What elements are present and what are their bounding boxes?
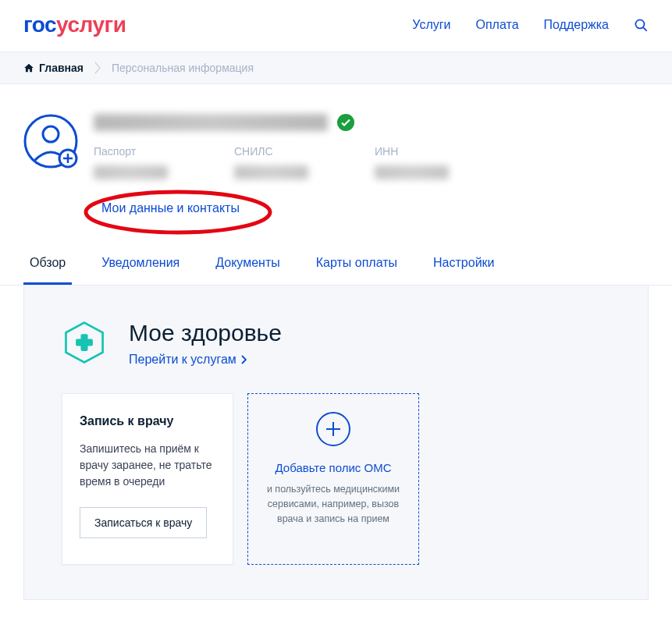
doctor-appointment-card: Запись к врачу Запишитесь на приём к вра…: [62, 393, 233, 565]
profile-section: Паспорт СНИЛС ИНН Мои данные и контакты: [0, 84, 672, 231]
cards-row: Запись к врачу Запишитесь на приём к вра…: [62, 393, 610, 565]
breadcrumb-home[interactable]: Главная: [23, 62, 84, 74]
tab-documents[interactable]: Документы: [209, 245, 286, 285]
main-nav: Услуги Оплата Поддержка: [412, 18, 649, 33]
inn-col: ИНН: [375, 145, 468, 179]
add-oms-text: и пользуйтесь медицинскими сервисами, на…: [262, 482, 404, 526]
my-data-link[interactable]: Мои данные и контакты: [94, 198, 247, 218]
logo-part-red: услуги: [56, 12, 126, 37]
health-icon: [62, 320, 107, 365]
svg-point-3: [43, 126, 59, 142]
nav-services[interactable]: Услуги: [412, 18, 450, 32]
header: госуслуги Услуги Оплата Поддержка: [0, 0, 672, 51]
svg-line-1: [643, 27, 646, 30]
snils-value-blurred: [234, 165, 308, 179]
breadcrumb-current: Персональная информация: [112, 62, 254, 74]
plus-icon: [315, 411, 351, 447]
logo-part-blue: гос: [23, 12, 56, 37]
home-icon: [23, 62, 34, 73]
add-oms-link[interactable]: Добавьте полис ОМС: [275, 461, 391, 474]
profile-info: Паспорт СНИЛС ИНН Мои данные и контакты: [94, 114, 649, 215]
passport-col: Паспорт: [94, 145, 187, 179]
health-title: Мое здоровье: [129, 320, 282, 346]
logo[interactable]: госуслуги: [23, 12, 126, 37]
tab-notifications[interactable]: Уведомления: [95, 245, 186, 285]
documents-row: Паспорт СНИЛС ИНН: [94, 145, 649, 179]
nav-payment[interactable]: Оплата: [475, 18, 518, 32]
verified-icon: [337, 114, 354, 131]
tabs: Обзор Уведомления Документы Карты оплаты…: [0, 245, 672, 286]
book-appointment-button[interactable]: Записаться к врачу: [80, 507, 207, 538]
tab-payment-cards[interactable]: Карты оплаты: [310, 245, 404, 285]
content-panel: Мое здоровье Перейти к услугам Запись к …: [23, 286, 649, 600]
svg-point-0: [635, 20, 644, 28]
passport-label: Паспорт: [94, 145, 187, 158]
svg-rect-11: [76, 339, 93, 346]
health-go-link[interactable]: Перейти к услугам: [129, 353, 247, 367]
user-name-blurred: [94, 114, 328, 131]
chevron-right-icon: [241, 355, 247, 364]
health-go-link-label: Перейти к услугам: [129, 353, 236, 367]
passport-value-blurred: [94, 165, 168, 179]
add-oms-card[interactable]: Добавьте полис ОМС и пользуйтесь медицин…: [247, 393, 419, 565]
tab-settings[interactable]: Настройки: [427, 245, 500, 285]
card-title: Запись к врачу: [80, 414, 215, 428]
breadcrumb: Главная Персональная информация: [0, 51, 672, 84]
avatar[interactable]: [23, 114, 78, 169]
health-header: Мое здоровье Перейти к услугам: [62, 320, 610, 367]
breadcrumb-home-label: Главная: [39, 62, 84, 74]
snils-label: СНИЛС: [234, 145, 328, 158]
tab-overview[interactable]: Обзор: [23, 245, 72, 285]
search-icon[interactable]: [634, 18, 649, 33]
chevron-right-icon: [94, 62, 101, 74]
nav-support[interactable]: Поддержка: [544, 18, 609, 32]
snils-col: СНИЛС: [234, 145, 328, 179]
inn-label: ИНН: [375, 145, 468, 158]
card-text: Запишитесь на приём к врачу заранее, не …: [80, 441, 215, 490]
inn-value-blurred: [375, 165, 449, 179]
